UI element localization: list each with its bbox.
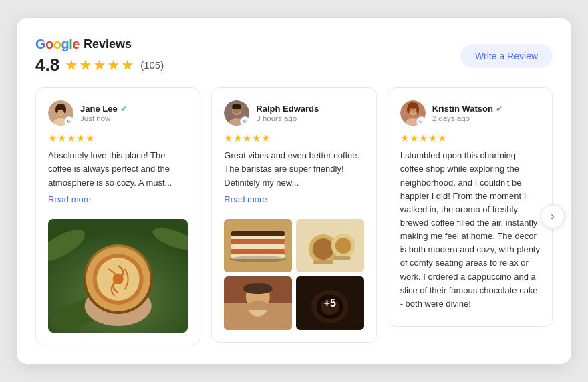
verified-icon: ✔ — [496, 104, 502, 114]
svg-point-6 — [63, 106, 66, 113]
svg-point-28 — [230, 256, 286, 262]
extra-count: +5 — [324, 297, 336, 309]
review-stars: ★★★★★ — [48, 132, 188, 144]
svg-point-39 — [243, 283, 273, 294]
svg-rect-26 — [231, 249, 285, 254]
reviewer-row: G Ralph Edwards 3 hours ago — [224, 100, 363, 126]
google-reviews-title: Google Reviews — [35, 37, 164, 52]
review-text: Absolutely love this place! The coffee i… — [48, 149, 188, 189]
avatar: G — [224, 100, 249, 126]
avatar: G — [400, 100, 426, 126]
google-logo: Google — [35, 37, 80, 52]
svg-point-51 — [416, 106, 419, 114]
review-time: Just now — [80, 114, 127, 122]
image-grid: +5 — [224, 219, 363, 330]
grid-image-2 — [296, 219, 364, 272]
rating-number: 4.8 — [35, 55, 59, 75]
header: Google Reviews 4.8 ★★★★★ (105) Write a R… — [35, 37, 553, 75]
reviewer-info: Ralph Edwards 3 hours ago — [256, 104, 319, 122]
review-card-ralph-edwards: G Ralph Edwards 3 hours ago ★★★★★ Great … — [211, 87, 376, 342]
reviewer-row: G Kristin Watson ✔ 2 days ago — [400, 100, 540, 126]
grid-image-4: +5 — [296, 276, 364, 330]
avatar: G — [48, 100, 74, 126]
reviewer-info: Kristin Watson ✔ 2 days ago — [432, 104, 502, 122]
google-badge: G — [240, 116, 249, 126]
svg-rect-34 — [313, 260, 333, 264]
reviewer-name: Jane Lee — [80, 104, 118, 114]
review-card-kristin-watson: G Kristin Watson ✔ 2 days ago ★★★★★ I st… — [388, 87, 553, 327]
review-count: (105) — [140, 59, 164, 71]
reviewer-row: G Jane Lee ✔ Just now — [48, 100, 188, 126]
reviewer-name: Ralph Edwards — [256, 104, 319, 114]
svg-point-50 — [407, 106, 410, 114]
svg-point-5 — [55, 106, 58, 113]
review-time: 2 days ago — [432, 114, 502, 122]
svg-point-16 — [113, 274, 124, 284]
read-more-link[interactable]: Read more — [224, 194, 267, 204]
svg-rect-27 — [231, 231, 285, 236]
review-stars: ★★★★★ — [224, 132, 363, 144]
svg-rect-25 — [231, 239, 285, 244]
review-text: I stumbled upon this charming coffee sho… — [400, 149, 540, 311]
reviews-label: Reviews — [84, 37, 132, 51]
next-button[interactable]: › — [541, 204, 565, 228]
read-more-link[interactable]: Read more — [48, 194, 91, 204]
google-reviews-widget: Google Reviews 4.8 ★★★★★ (105) Write a R… — [17, 18, 571, 363]
review-image-latte — [48, 219, 188, 333]
review-images — [48, 219, 188, 333]
review-images: +5 — [224, 219, 363, 330]
rating-stars: ★★★★★ — [65, 57, 135, 74]
google-badge: G — [64, 116, 74, 126]
review-time: 3 hours ago — [256, 114, 319, 122]
svg-rect-22 — [232, 107, 241, 109]
grid-image-1 — [224, 219, 292, 272]
reviewer-name: Kristin Watson — [432, 104, 493, 114]
review-card-jane-lee: G Jane Lee ✔ Just now ★★★★★ Absolutely l… — [35, 87, 200, 345]
rating-row: 4.8 ★★★★★ (105) — [35, 55, 164, 75]
google-badge: G — [416, 116, 426, 126]
svg-point-33 — [335, 238, 351, 254]
reviewer-info: Jane Lee ✔ Just now — [80, 104, 127, 122]
reviews-list: G Jane Lee ✔ Just now ★★★★★ Absolutely l… — [35, 87, 553, 345]
header-left: Google Reviews 4.8 ★★★★★ (105) — [35, 37, 164, 75]
extra-images-overlay: +5 — [296, 276, 364, 330]
svg-point-31 — [313, 238, 334, 260]
write-review-button[interactable]: Write a Review — [460, 44, 553, 68]
review-stars: ★★★★★ — [400, 132, 540, 144]
grid-image-3 — [224, 276, 292, 330]
verified-icon: ✔ — [120, 104, 127, 114]
review-text: Great vibes and even better coffee. The … — [224, 149, 363, 189]
svg-rect-35 — [333, 256, 351, 260]
